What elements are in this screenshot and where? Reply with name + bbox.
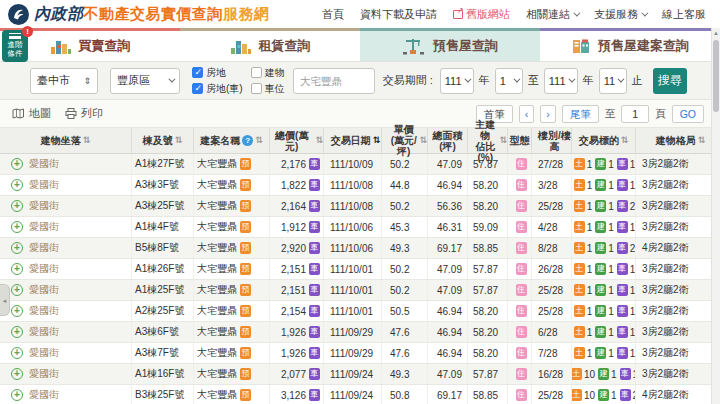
sort-icon[interactable]: ⇅ bbox=[419, 136, 427, 146]
map-button[interactable]: 地圖 bbox=[12, 106, 51, 121]
prev-page-button[interactable]: ‹ bbox=[519, 105, 535, 123]
table-row[interactable]: +愛國街A3棟7F號大宅豐鼎預1,926車111/09/2947.646.945… bbox=[0, 343, 720, 364]
sort-icon[interactable]: ⇅ bbox=[255, 136, 263, 146]
expand-icon[interactable]: + bbox=[11, 158, 23, 170]
street-link[interactable]: 愛國街 bbox=[29, 199, 59, 213]
checkbox-land-building[interactable]: 房地 bbox=[192, 66, 243, 80]
expand-icon[interactable]: + bbox=[11, 347, 23, 359]
menu-online-service[interactable]: 線上客服 bbox=[662, 7, 706, 22]
table-row[interactable]: +愛國街A3棟3F號大宅豐鼎預1,822車111/10/0844.846.945… bbox=[0, 175, 720, 196]
column-header-11[interactable]: 交易標的⇅ bbox=[572, 128, 636, 153]
cell-unit-price: 50.8 bbox=[382, 385, 428, 404]
expand-icon[interactable]: + bbox=[11, 179, 23, 191]
menu-support[interactable]: 支援服務 bbox=[594, 7, 646, 22]
street-link[interactable]: 愛國街 bbox=[29, 367, 59, 381]
column-header-4[interactable]: 總價(萬元)⇅ bbox=[270, 128, 324, 153]
sort-icon[interactable]: ⇅ bbox=[698, 136, 706, 146]
column-header-12[interactable]: 建物格局⇅ bbox=[636, 128, 720, 153]
month-to-select[interactable]: 11 bbox=[599, 68, 627, 94]
street-link[interactable]: 愛國街 bbox=[29, 262, 59, 276]
sort-icon[interactable]: ⇅ bbox=[621, 136, 629, 146]
keyword-input[interactable]: 大宅豐鼎 bbox=[293, 68, 375, 94]
table-row[interactable]: +愛國街B3棟25F號大宅豐鼎預3,126車111/09/2450.869.17… bbox=[0, 385, 720, 404]
cell-floor: 16/28 bbox=[532, 364, 572, 384]
search-button[interactable]: 搜尋 bbox=[653, 68, 687, 94]
print-button[interactable]: 列印 bbox=[65, 106, 103, 121]
expand-icon[interactable]: + bbox=[11, 200, 23, 212]
column-header-6[interactable]: 單價(萬元/坪)⇅ bbox=[382, 128, 428, 153]
street-link[interactable]: 愛國街 bbox=[29, 325, 59, 339]
expand-icon[interactable]: + bbox=[11, 389, 23, 401]
table-row[interactable]: +愛國街A1棟4F號大宅豐鼎預1,912車111/10/0645.346.315… bbox=[0, 217, 720, 238]
column-header-3[interactable]: 建案名稱?⇅ bbox=[194, 128, 270, 153]
city-select[interactable]: 臺中市⇕ bbox=[30, 68, 98, 94]
table-row[interactable]: +愛國街B5棟8F號大宅豐鼎預2,920車111/10/0649.369.175… bbox=[0, 238, 720, 259]
month-from-select[interactable]: 1 bbox=[495, 68, 523, 94]
checkbox-land-building-car[interactable]: 房地(車) bbox=[192, 82, 243, 96]
cell-price: 1,912車 bbox=[270, 217, 324, 237]
year-from-select[interactable]: 111 bbox=[440, 68, 474, 94]
sort-icon[interactable]: ⇅ bbox=[499, 136, 507, 146]
cell-street: +愛國街 bbox=[0, 364, 132, 384]
checkbox-building[interactable]: 建物 bbox=[251, 66, 285, 80]
expand-icon[interactable]: + bbox=[11, 305, 23, 317]
column-header-8[interactable]: 主建物佔比(%)⇅ bbox=[468, 128, 508, 153]
table-row[interactable]: +愛國街A1棟16F號大宅豐鼎預2,077車111/09/2449.347.09… bbox=[0, 364, 720, 385]
help-icon[interactable]: ? bbox=[242, 135, 253, 146]
go-button[interactable]: GO bbox=[672, 105, 704, 123]
menu-related-links[interactable]: 相關連結 bbox=[526, 7, 578, 22]
moi-logo-icon bbox=[8, 4, 29, 25]
tab-presale-query[interactable]: 預售屋查詢 bbox=[360, 28, 540, 61]
year-to-select[interactable]: 111 bbox=[544, 68, 578, 94]
expand-icon[interactable]: + bbox=[11, 368, 23, 380]
tab-presale-project-query[interactable]: 預售屋建案查詢 bbox=[540, 28, 720, 61]
vertical-scrollbar[interactable]: ▲ bbox=[711, 28, 720, 404]
land-count: 1 bbox=[587, 285, 593, 296]
table-row[interactable]: +愛國街A1棟27F號大宅豐鼎預2,176車111/10/0950.247.09… bbox=[0, 154, 720, 175]
tab-rent-query[interactable]: 租賃查詢 bbox=[180, 28, 360, 61]
advanced-filter-button[interactable]: 進階 條件 ! bbox=[2, 30, 28, 62]
sort-icon[interactable]: ⇅ bbox=[373, 136, 381, 146]
column-header-1[interactable]: 建物坐落⇅ bbox=[0, 128, 132, 153]
scrollbar-thumb[interactable] bbox=[713, 40, 719, 112]
street-link[interactable]: 愛國街 bbox=[29, 346, 59, 360]
table-row[interactable]: +愛國街A1棟26F號大宅豐鼎預2,151車111/10/0150.247.09… bbox=[0, 259, 720, 280]
column-header-2[interactable]: 棟及號⇅ bbox=[132, 128, 194, 153]
cell-date: 111/09/29 bbox=[324, 322, 382, 342]
scroll-up-icon[interactable]: ▲ bbox=[712, 28, 720, 38]
street-link[interactable]: 愛國街 bbox=[29, 304, 59, 318]
price-value: 2,151 bbox=[281, 264, 306, 275]
table-row[interactable]: +愛國街A1棟25F號大宅豐鼎預2,151車111/10/0150.247.09… bbox=[0, 280, 720, 301]
expand-icon[interactable]: + bbox=[11, 242, 23, 254]
side-panel-handle[interactable]: ◂ bbox=[0, 284, 10, 316]
last-page-button[interactable]: 尾筆 bbox=[562, 105, 599, 123]
cell-layout: 3房2廳2衛 bbox=[636, 175, 720, 195]
column-header-5[interactable]: 交易日期⇅ bbox=[324, 128, 382, 153]
district-select[interactable]: 豐原區 bbox=[110, 68, 180, 94]
street-link[interactable]: 愛國街 bbox=[29, 157, 59, 171]
expand-icon[interactable]: + bbox=[11, 221, 23, 233]
street-link[interactable]: 愛國街 bbox=[29, 178, 59, 192]
table-row[interactable]: +愛國街A3棟25F號大宅豐鼎預2,164車111/10/0850.256.36… bbox=[0, 196, 720, 217]
table-row[interactable]: +愛國街A3棟6F號大宅豐鼎預1,926車111/09/2947.646.945… bbox=[0, 322, 720, 343]
expand-icon[interactable]: + bbox=[11, 284, 23, 296]
sort-icon[interactable]: ⇅ bbox=[83, 136, 91, 146]
street-link[interactable]: 愛國街 bbox=[29, 220, 59, 234]
expand-icon[interactable]: + bbox=[11, 326, 23, 338]
table-row[interactable]: +愛國街A2棟25F號大宅豐鼎預2,154車111/10/0150.546.94… bbox=[0, 301, 720, 322]
street-link[interactable]: 愛國街 bbox=[29, 241, 59, 255]
street-link[interactable]: 愛國街 bbox=[29, 283, 59, 297]
page-number-input[interactable]: 1 bbox=[621, 105, 649, 123]
expand-icon[interactable]: + bbox=[11, 263, 23, 275]
sort-icon[interactable]: ⇅ bbox=[315, 136, 323, 146]
column-label: 單價(萬元/坪) bbox=[390, 124, 417, 157]
next-page-button[interactable]: › bbox=[540, 105, 556, 123]
street-link[interactable]: 愛國街 bbox=[29, 388, 59, 402]
price-value: 2,164 bbox=[281, 201, 306, 212]
sort-icon[interactable]: ⇅ bbox=[175, 136, 183, 146]
menu-old-site[interactable]: 舊版網站 bbox=[453, 7, 510, 22]
menu-downloads[interactable]: 資料下載及申請 bbox=[360, 7, 437, 22]
menu-home[interactable]: 首頁 bbox=[322, 7, 344, 22]
brand[interactable]: 內政部不動產交易實價查詢服務網 bbox=[8, 4, 270, 25]
checkbox-parking[interactable]: 車位 bbox=[251, 82, 285, 96]
